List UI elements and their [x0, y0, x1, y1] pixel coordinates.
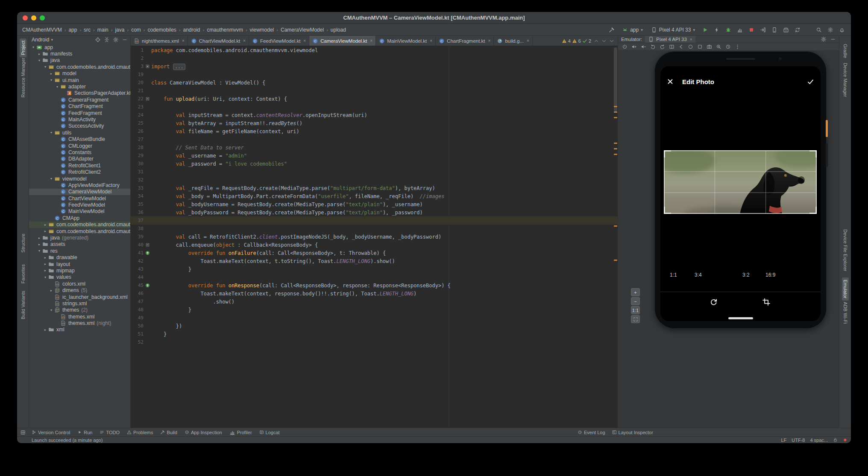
tool-window-event-log[interactable]: Event Log: [578, 430, 605, 435]
code-line[interactable]: 48 }: [131, 306, 618, 314]
zoom-reset-button[interactable]: 1:1: [631, 306, 640, 314]
breadcrumb-item[interactable]: viewmodel: [249, 26, 275, 33]
tree-item[interactable]: CRetrofitClient2: [29, 169, 130, 175]
tool-window-profiler[interactable]: Profiler: [229, 429, 252, 435]
code-line[interactable]: 51 }: [131, 330, 618, 338]
code-line[interactable]: 25 val byteArray = inputStream!!.readByt…: [131, 119, 618, 127]
tree-item[interactable]: CRetrofitClient1: [29, 162, 130, 169]
tool-window-build[interactable]: Build: [160, 430, 177, 435]
hidden-tabs-icon[interactable]: [609, 38, 614, 44]
emulator-zoom-button[interactable]: [715, 44, 722, 50]
editor-tab[interactable]: CCameraViewModel.kt×: [309, 36, 376, 46]
tool-stripe-project[interactable]: Project: [20, 38, 26, 57]
tree-item[interactable]: ▸com.codemobiles.android.cmauthenmvvm: [29, 228, 130, 234]
tool-stripe-device-manager[interactable]: Device Manager: [842, 61, 849, 99]
code-line[interactable]: 34 val _body = MultipartBody.Part.create…: [131, 192, 618, 200]
tree-item[interactable]: ▾values: [29, 274, 130, 280]
code-line[interactable]: 2: [131, 54, 618, 62]
code-line[interactable]: 41 override fun onFailure(call: Call<Res…: [131, 249, 618, 257]
breadcrumb-item[interactable]: src: [83, 26, 91, 33]
close-icon[interactable]: [667, 78, 674, 85]
tree-item[interactable]: CFeedViewModel: [29, 201, 130, 208]
chevron-down-icon[interactable]: ▾: [55, 85, 60, 89]
code-line[interactable]: 44: [131, 273, 618, 281]
project-view-select[interactable]: Android: [32, 37, 49, 43]
tree-item[interactable]: ▸com.codemobiles.android.cmauthenmvvm: [29, 222, 130, 228]
tool-window-layout-inspector[interactable]: Layout Inspector: [612, 430, 653, 435]
chevron-down-icon[interactable]: ▾: [49, 78, 54, 82]
device-select[interactable]: Pixel 4 API 33 ▾: [648, 26, 698, 34]
run-config-select[interactable]: app ▾: [619, 26, 645, 34]
code-line[interactable]: 42 Toast.makeText(context, t.toString(),…: [131, 257, 618, 265]
tree-item[interactable]: ▾viewmodel: [29, 175, 130, 182]
tree-item[interactable]: </>themes.xml(night): [29, 320, 130, 326]
notification-dot-icon[interactable]: [843, 438, 847, 442]
emulator-fold-button[interactable]: [668, 44, 675, 50]
tool-window-version-control[interactable]: Version Control: [32, 430, 70, 435]
tree-item[interactable]: CCameraViewModel: [29, 189, 130, 195]
chevron-right-icon[interactable]: ▸: [37, 242, 42, 246]
tool-window-app-inspection[interactable]: App Inspection: [185, 430, 222, 435]
chevron-right-icon[interactable]: ▸: [43, 328, 48, 332]
chevron-right-icon[interactable]: ▸: [43, 262, 48, 266]
tree-item[interactable]: </>themes.xml: [29, 313, 130, 320]
chevron-right-icon[interactable]: ▸: [43, 229, 48, 233]
breadcrumb-item[interactable]: com: [130, 26, 142, 33]
hide-panel-icon[interactable]: [122, 37, 128, 43]
emulator-overview-button[interactable]: [696, 44, 704, 50]
rotate-photo-button[interactable]: [708, 297, 718, 307]
tree-item[interactable]: CCameraFragment: [29, 96, 130, 103]
fold-collapse-icon[interactable]: [144, 243, 151, 247]
status-item[interactable]: 4 spac...: [810, 438, 828, 443]
emulator-more-button[interactable]: [733, 44, 741, 50]
tree-item[interactable]: </>ic_launcher_background.xml: [29, 294, 130, 300]
tree-item[interactable]: CSuccessActivity: [29, 123, 130, 129]
code-line[interactable]: 32: [131, 176, 618, 184]
chevron-right-icon[interactable]: ▸: [37, 236, 42, 240]
code-line[interactable]: 3import ...: [131, 62, 618, 70]
emulator-rotate-right-button[interactable]: [658, 44, 666, 50]
close-tab-icon[interactable]: ×: [303, 38, 306, 43]
fold-collapse-icon[interactable]: [144, 97, 151, 101]
gear-icon[interactable]: [821, 36, 827, 42]
code-line[interactable]: 39 val call = RetrofitClient2.client.pos…: [131, 233, 618, 241]
settings-button[interactable]: [826, 25, 835, 35]
chevron-right-icon[interactable]: ▸: [37, 52, 42, 56]
tree-item[interactable]: CChartFragment: [29, 103, 130, 110]
emulator-screenshot-button[interactable]: [705, 44, 713, 50]
zoom-in-button[interactable]: +: [631, 288, 640, 296]
tree-item[interactable]: CAppViewModelFactory: [29, 182, 130, 188]
chevron-right-icon[interactable]: ▸: [49, 72, 54, 76]
code-line[interactable]: 46 Toast.makeText(context, response.body…: [131, 289, 618, 298]
fold-expand-icon[interactable]: [144, 64, 151, 68]
tree-item[interactable]: ▾app: [29, 44, 130, 50]
editor-tab[interactable]: </>night/themes.xml×: [131, 36, 188, 46]
zoom-out-button[interactable]: −: [631, 297, 640, 305]
close-tab-icon[interactable]: ×: [430, 38, 432, 43]
editor-scrollbar[interactable]: [613, 46, 618, 428]
tree-item[interactable]: CCMAssetBundle: [29, 136, 130, 142]
tree-item[interactable]: ▸mipmap: [29, 267, 130, 274]
chevron-right-icon[interactable]: ▸: [43, 269, 48, 272]
code-line[interactable]: 19: [131, 70, 618, 79]
scrollbar-thumb[interactable]: [614, 47, 617, 111]
chevron-down-icon[interactable]: ▾: [49, 177, 54, 181]
run-button[interactable]: [701, 25, 710, 35]
chevron-down-icon[interactable]: ▾: [49, 308, 54, 312]
code-line[interactable]: 37: [131, 216, 618, 225]
tree-item[interactable]: CFeedFragment: [29, 110, 130, 116]
tree-item[interactable]: CCMLogger: [29, 143, 130, 149]
tree-item[interactable]: CChartViewModel: [29, 195, 130, 201]
build-button[interactable]: [607, 25, 616, 35]
code-line[interactable]: 31: [131, 168, 618, 176]
chevron-right-icon[interactable]: ▸: [43, 223, 48, 227]
code-line[interactable]: 29 val _username = "admin": [131, 152, 618, 160]
status-message[interactable]: Launch succeeded (a minute ago): [32, 438, 103, 443]
code-line[interactable]: 28 // Sent Data to server: [131, 143, 618, 152]
tool-window-todo[interactable]: TODO: [100, 430, 120, 435]
emulator-volume-up-button[interactable]: [630, 44, 638, 50]
breadcrumb-item[interactable]: upload: [330, 26, 347, 33]
chevron-right-icon[interactable]: ▸: [49, 289, 54, 292]
close-tab-icon[interactable]: ×: [527, 38, 529, 43]
code-line[interactable]: 35 val _bodyUsername = RequestBody.creat…: [131, 200, 618, 208]
